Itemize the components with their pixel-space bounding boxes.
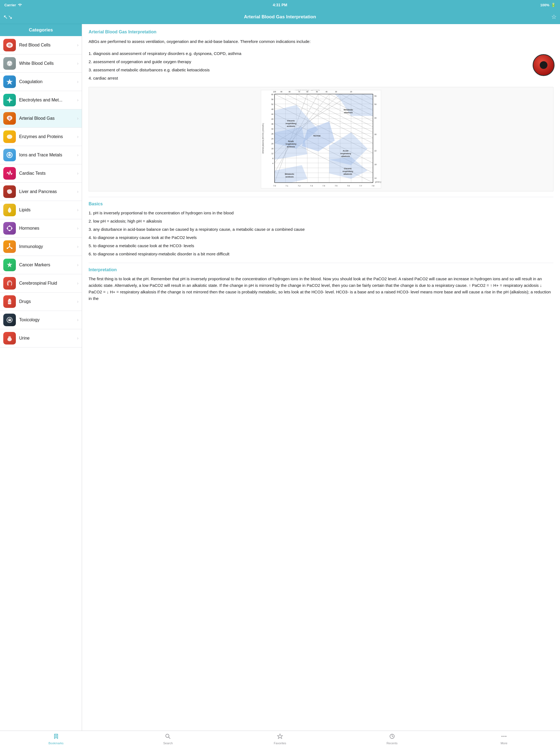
svg-text:28: 28 [271, 133, 274, 135]
svg-text:7.5: 7.5 [335, 185, 337, 187]
svg-text:7.2: 7.2 [298, 185, 301, 187]
svg-text:7.8: 7.8 [372, 185, 374, 187]
sidebar-item-white-blood-cells[interactable]: White Blood Cells› [0, 54, 82, 73]
svg-text:respiratory: respiratory [285, 143, 297, 145]
sidebar-chevron-toxicology: › [77, 317, 78, 323]
indication-item: 3. assessment of metabolic disturbances … [88, 67, 554, 73]
sidebar-item-cerebrospinal-fluid[interactable]: Cerebrospinal Fluid› [0, 274, 82, 292]
sidebar-icon-enzymes-proteins [3, 130, 16, 143]
sidebar-label-red-blood-cells: Red Blood Cells [19, 43, 77, 48]
sidebar-chevron-white-blood-cells: › [77, 61, 78, 66]
svg-text:60: 60 [306, 91, 308, 93]
sidebar-item-toxicology[interactable]: ☠Toxicology› [0, 311, 82, 329]
svg-marker-20 [7, 262, 12, 267]
tab-item-recents[interactable]: Recents [336, 731, 448, 747]
svg-point-11 [9, 152, 10, 153]
sidebar-item-electrolytes[interactable]: Electrolytes and Met...› [0, 91, 82, 109]
abg-chart-container: 60 56 52 48 44 40 36 32 28 24 20 16 [88, 87, 554, 191]
sidebar-label-cardiac-tests: Cardiac Tests [19, 171, 77, 176]
svg-text:Acute: Acute [288, 140, 294, 143]
svg-point-8 [7, 134, 12, 139]
svg-text:18: 18 [374, 163, 377, 165]
svg-text:40: 40 [374, 117, 377, 119]
tab-item-more[interactable]: More [448, 731, 560, 747]
sidebar-label-drugs: Drugs [19, 299, 77, 304]
svg-marker-6 [6, 79, 13, 85]
svg-text:52: 52 [271, 103, 274, 105]
sidebar-icon-electrolytes [3, 94, 16, 106]
svg-text:20: 20 [271, 143, 274, 145]
svg-text:respiratory: respiratory [340, 152, 351, 155]
sidebar-item-cancer-markers[interactable]: Cancer Markers› [0, 256, 82, 274]
sidebar-item-enzymes-proteins[interactable]: Enzymes and Proteins› [0, 128, 82, 146]
sidebar-icon-white-blood-cells [3, 57, 16, 70]
svg-marker-152 [277, 734, 282, 739]
sidebar-item-immunology[interactable]: Immunology› [0, 238, 82, 256]
wifi-icon [18, 3, 22, 7]
sidebar-chevron-cancer-markers: › [77, 262, 78, 267]
sidebar-chevron-drugs: › [77, 299, 78, 304]
sidebar-label-hormones: Hormones [19, 226, 77, 231]
sidebar-header: Categories [0, 24, 82, 36]
svg-text:respiratory: respiratory [342, 170, 353, 173]
nav-right-area[interactable]: ☆ [535, 14, 557, 21]
svg-text:22: 22 [374, 150, 377, 152]
sidebar-item-lipids[interactable]: Lipids› [0, 201, 82, 219]
back-arrow-icon[interactable]: ↖↘ [3, 14, 12, 20]
svg-text:☠: ☠ [8, 318, 11, 322]
sidebar-item-urine[interactable]: Urine› [0, 329, 82, 347]
nav-back-area[interactable]: ↖↘ [3, 14, 25, 20]
tab-label-more: More [501, 742, 508, 745]
basics-item: 5. to diagnose a metabolic cause look at… [88, 242, 554, 249]
sidebar-label-electrolytes: Electrolytes and Met... [19, 98, 77, 103]
sidebar-icon-cerebrospinal-fluid [3, 277, 16, 289]
sidebar-chevron-immunology: › [77, 244, 78, 249]
detail-content: Arterial Blood Gas Interpretation ABGs a… [82, 24, 560, 313]
svg-point-155 [503, 736, 505, 737]
svg-text:30: 30 [335, 91, 337, 93]
sidebar-label-coagulation: Coagulation [19, 79, 77, 84]
star-icon[interactable]: ☆ [551, 14, 557, 21]
sidebar-item-liver-pancreas[interactable]: Liver and Pancreas› [0, 183, 82, 201]
svg-text:56: 56 [271, 98, 274, 100]
svg-text:Metabolic: Metabolic [344, 108, 353, 111]
sidebar-item-drugs[interactable]: Drugs› [0, 292, 82, 311]
sidebar-item-hormones[interactable]: Hormones› [0, 219, 82, 238]
interpretation-text: The first thing is to look at the pH. Re… [88, 276, 554, 302]
svg-text:50: 50 [316, 91, 318, 93]
basics-list: 1. pH is inversely proportional to the c… [88, 210, 554, 257]
sidebar-item-red-blood-cells[interactable]: Red Blood Cells› [0, 36, 82, 54]
svg-text:8: 8 [272, 157, 274, 159]
svg-point-5 [9, 64, 10, 66]
sidebar-chevron-urine: › [77, 336, 78, 341]
nav-title: Arterial Blood Gas Interpretation [25, 14, 535, 20]
svg-point-13 [9, 226, 10, 227]
svg-marker-7 [6, 97, 13, 103]
intro-text: ABGs are performed to assess ventilation… [88, 38, 554, 45]
sidebar-icon-lipids [3, 204, 16, 216]
tab-label-bookmarks: Bookmarks [48, 742, 63, 745]
svg-text:55: 55 [374, 95, 377, 97]
svg-text:Chronic: Chronic [287, 120, 295, 122]
svg-text:7.0: 7.0 [273, 185, 276, 187]
sidebar-icon-immunology [3, 240, 16, 253]
sidebar-item-arterial-blood-gas[interactable]: Arterial Blood Gas› [0, 109, 82, 128]
tab-icon-recents [389, 733, 395, 741]
sidebar-icon-red-blood-cells [3, 39, 16, 51]
interpretation-paragraph: The first thing is to look at the pH. Re… [88, 276, 554, 302]
carrier-label: Carrier [4, 3, 16, 7]
svg-line-151 [169, 737, 170, 739]
abg-chart-svg: 60 56 52 48 44 40 36 32 28 24 20 16 [261, 90, 381, 188]
sidebar-icon-hormones [3, 222, 16, 235]
sidebar-item-cardiac-tests[interactable]: Cardiac Tests› [0, 164, 82, 183]
sidebar-item-coagulation[interactable]: Coagulation› [0, 73, 82, 91]
svg-text:alkalosis: alkalosis [341, 155, 350, 157]
sidebar: Categories Red Blood Cells›White Blood C… [0, 24, 82, 730]
svg-text:Arterial plasma [HCO3-] (mmol/: Arterial plasma [HCO3-] (mmol/L) [262, 123, 264, 154]
tab-item-bookmarks[interactable]: Bookmarks [0, 731, 112, 747]
sidebar-item-ions-trace-metals[interactable]: Ions and Trace Metals› [0, 146, 82, 164]
tab-item-search[interactable]: Search [112, 731, 224, 747]
svg-text:alkalosis: alkalosis [343, 173, 352, 175]
tab-item-favorites[interactable]: Favorites [224, 731, 336, 747]
battery-label: 100% [540, 3, 549, 7]
